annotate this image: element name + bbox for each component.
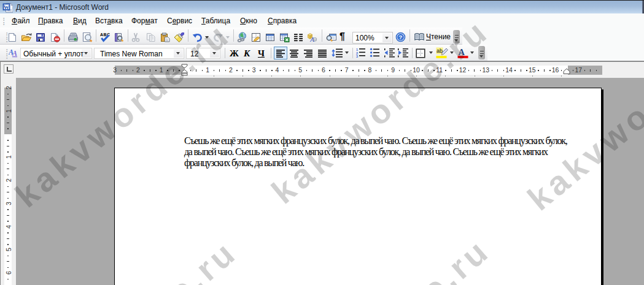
svg-text:?: ? <box>399 34 403 40</box>
svg-text:W: W <box>4 4 9 10</box>
svg-text:3: 3 <box>356 55 358 58</box>
svg-text:A: A <box>12 49 17 58</box>
svg-text:A: A <box>459 47 465 57</box>
